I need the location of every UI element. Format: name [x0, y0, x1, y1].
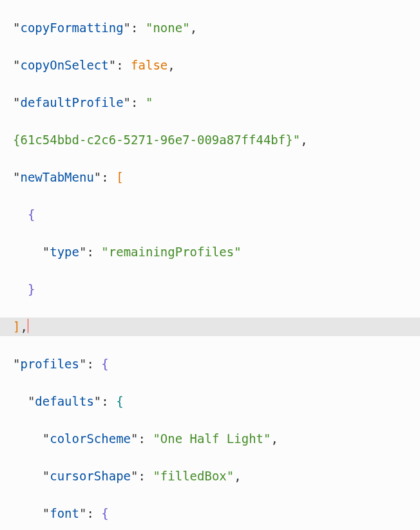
code-line: } — [13, 280, 420, 299]
code-line: "defaults": { — [13, 392, 420, 411]
code-line: "cursorShape": "filledBox", — [13, 467, 420, 486]
code-line: "defaultProfile": " — [13, 93, 420, 112]
code-line: "font": { — [13, 504, 420, 523]
code-line: {61c54bbd-c2c6-5271-96e7-009a87ff44bf}", — [13, 131, 420, 149]
code-line: "type": "remainingProfiles" — [13, 243, 420, 261]
code-editor[interactable]: "copyFormatting": "none", "copyOnSelect"… — [0, 0, 420, 530]
code-line: "newTabMenu": [ — [13, 168, 420, 187]
code-line: "colorScheme": "One Half Light", — [13, 430, 420, 448]
code-line: "profiles": { — [13, 355, 420, 374]
code-line: "copyOnSelect": false, — [13, 56, 420, 75]
code-line: { — [13, 205, 420, 224]
text-cursor — [28, 319, 28, 333]
code-line: "copyFormatting": "none", — [13, 19, 420, 37]
code-line-current: ], — [0, 317, 420, 336]
